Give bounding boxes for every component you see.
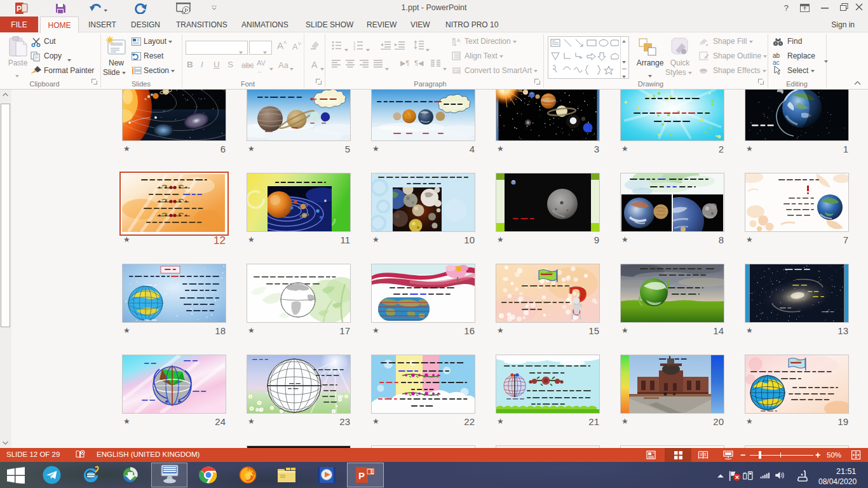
svg-text:A: A <box>457 37 461 43</box>
svg-text:3: 3 <box>353 47 356 50</box>
svg-text:P: P <box>358 470 365 481</box>
